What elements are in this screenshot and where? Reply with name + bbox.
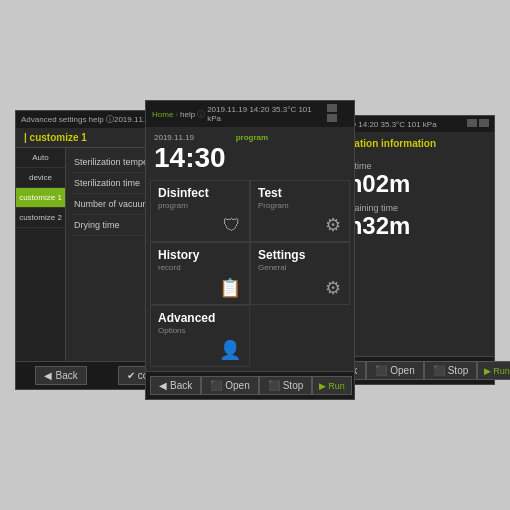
center-run-button[interactable]: ▶ Run [312,376,352,395]
status-icon-2 [327,114,337,122]
right-status-icon-2 [479,119,489,127]
run-icon-right: ▶ [484,366,491,376]
advanced-icon: 👤 [219,339,241,361]
center-time: 14:30 [154,142,226,174]
sidebar-item-device[interactable]: device [16,168,65,188]
center-time-row: 2019.11.19 14:30 program [146,127,354,176]
sidebar-item-customize1[interactable]: customize 1 [16,188,65,208]
confirm-icon: ✔ [127,370,135,381]
menu-item-disinfect[interactable]: Disinfect program 🛡 [150,180,250,242]
center-help-link[interactable]: help [180,110,195,119]
center-bottom-bar: ◀ Back ⬛ Open ⬛ Stop ▶ Run [146,371,354,399]
menu-item-history[interactable]: History record 📋 [150,242,250,304]
center-back-button[interactable]: ◀ Back [150,376,201,395]
right-status-icon-1 [467,119,477,127]
panel-center: Home › help ⓘ 2019.11.19 14:20 35.3°C 10… [145,100,355,400]
stop-icon: ⬛ [268,380,280,391]
center-open-button[interactable]: ⬛ Open [201,376,258,395]
center-program-label: program [236,133,268,142]
back-icon: ◀ [44,370,52,381]
center-date: 2019.11.19 [154,133,226,142]
open-icon: ⬛ [210,380,222,391]
open-icon-right: ⬛ [375,365,387,376]
left-sidebar: Auto device customize 1 customize 2 [16,148,66,361]
status-icon-1 [327,104,337,112]
center-stop-button[interactable]: ⬛ Stop [259,376,313,395]
sidebar-item-auto[interactable]: Auto [16,148,65,168]
settings-icon: ⚙ [325,277,341,299]
left-back-button[interactable]: ◀ Back [35,366,86,385]
right-open-button[interactable]: ⬛ Open [366,361,423,380]
stop-icon-right: ⬛ [433,365,445,376]
history-icon: 📋 [219,277,241,299]
back-icon-center: ◀ [159,380,167,391]
center-home-link[interactable]: Home [152,110,173,119]
left-top-bar-left: Advanced settings help ⓘ [21,114,114,125]
sidebar-item-customize2[interactable]: customize 2 [16,208,65,228]
center-grid-menu: Disinfect program 🛡 Test Program ⚙ Histo… [146,176,354,371]
right-status-icons [467,119,489,129]
disinfect-icon: 🛡 [223,215,241,236]
right-stop-button[interactable]: ⬛ Stop [424,361,478,380]
center-datetime: 2019.11.19 14:20 35.3°C 101 kPa [207,105,323,123]
menu-item-advanced[interactable]: Advanced Options 👤 [150,305,250,367]
run-icon: ▶ [319,381,326,391]
right-run-button[interactable]: ▶ Run [477,361,510,380]
menu-item-test[interactable]: Test Program ⚙ [250,180,350,242]
center-top-bar: Home › help ⓘ 2019.11.19 14:20 35.3°C 10… [146,101,354,127]
test-icon: ⚙ [325,214,341,236]
center-status-icons [327,104,348,124]
screen-container: Advanced settings help ⓘ 2019.11.19 14:2… [15,100,495,410]
menu-item-settings[interactable]: Settings General ⚙ [250,242,350,304]
